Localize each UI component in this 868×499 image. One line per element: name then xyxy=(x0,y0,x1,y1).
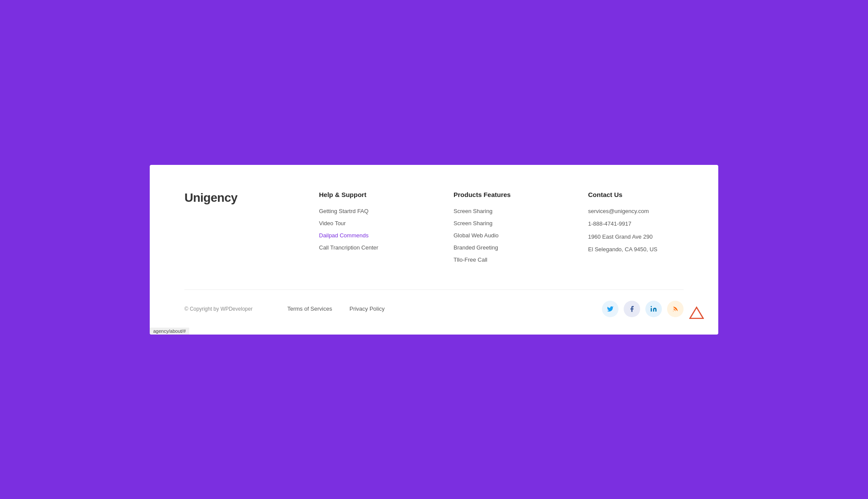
contact-address-line2: El Selegando, CA 9450, US xyxy=(588,245,684,254)
footer-links: Terms of Services Privacy Policy xyxy=(287,305,602,312)
contact-phone: 1-888-4741-9917 xyxy=(588,220,684,228)
products-features-column: Products Features Screen Sharing Screen … xyxy=(454,191,540,268)
footer-container: Unigency Help & Support Getting Startrd … xyxy=(150,165,718,335)
toll-free-call-link[interactable]: Tllo-Free Call xyxy=(454,256,487,263)
dailpad-commends-link[interactable]: Dailpad Commends xyxy=(319,232,368,239)
social-icons-group xyxy=(602,301,684,317)
list-item: Global Web Audio xyxy=(454,231,540,239)
products-features-title: Products Features xyxy=(454,191,540,198)
logo-column: Unigency xyxy=(184,191,271,205)
rss-icon[interactable] xyxy=(667,301,684,317)
svg-point-0 xyxy=(651,306,652,307)
list-item: Screen Sharing xyxy=(454,219,540,227)
list-item: Call Trancription Center xyxy=(319,243,406,251)
help-support-title: Help & Support xyxy=(319,191,406,198)
contact-us-column: Contact Us services@unigency.com 1-888-4… xyxy=(588,191,684,258)
site-logo[interactable]: Unigency xyxy=(184,191,271,205)
scroll-to-top-button[interactable] xyxy=(688,304,705,322)
footer-bottom: © Copyright by WPDeveloper Terms of Serv… xyxy=(184,289,684,317)
contact-us-title: Contact Us xyxy=(588,191,684,198)
browser-status-bar: agency/about/# xyxy=(150,328,189,335)
list-item: Branded Greeting xyxy=(454,243,540,251)
list-item: Screen Sharing xyxy=(454,207,540,215)
terms-of-services-link[interactable]: Terms of Services xyxy=(287,305,332,312)
screen-sharing-link-2[interactable]: Screen Sharing xyxy=(454,220,493,227)
list-item: Tllo-Free Call xyxy=(454,256,540,263)
facebook-icon[interactable] xyxy=(624,301,640,317)
svg-marker-2 xyxy=(690,307,704,318)
help-support-list: Getting Startrd FAQ Video Tour Dailpad C… xyxy=(319,207,406,251)
products-features-list: Screen Sharing Screen Sharing Global Web… xyxy=(454,207,540,263)
call-transcription-link[interactable]: Call Trancription Center xyxy=(319,244,378,251)
footer-main: Unigency Help & Support Getting Startrd … xyxy=(184,191,684,268)
copyright-text: © Copyright by WPDeveloper xyxy=(184,306,253,312)
branded-greeting-link[interactable]: Branded Greeting xyxy=(454,244,498,251)
help-support-column: Help & Support Getting Startrd FAQ Video… xyxy=(319,191,406,256)
logo-uni: Uni xyxy=(184,191,204,204)
screen-sharing-link-1[interactable]: Screen Sharing xyxy=(454,208,493,214)
getting-started-faq-link[interactable]: Getting Startrd FAQ xyxy=(319,208,368,214)
privacy-policy-link[interactable]: Privacy Policy xyxy=(349,305,385,312)
contact-email: services@unigency.com xyxy=(588,207,684,216)
contact-address-line1: 1960 East Grand Ave 290 xyxy=(588,233,684,241)
list-item: Video Tour xyxy=(319,219,406,227)
list-item: Dailpad Commends xyxy=(319,231,406,239)
linkedin-icon[interactable] xyxy=(645,301,662,317)
global-web-audio-link[interactable]: Global Web Audio xyxy=(454,232,499,239)
twitter-icon[interactable] xyxy=(602,301,618,317)
svg-point-1 xyxy=(673,311,674,311)
logo-gency: gency xyxy=(204,191,237,204)
list-item: Getting Startrd FAQ xyxy=(319,207,406,215)
video-tour-link[interactable]: Video Tour xyxy=(319,220,346,227)
